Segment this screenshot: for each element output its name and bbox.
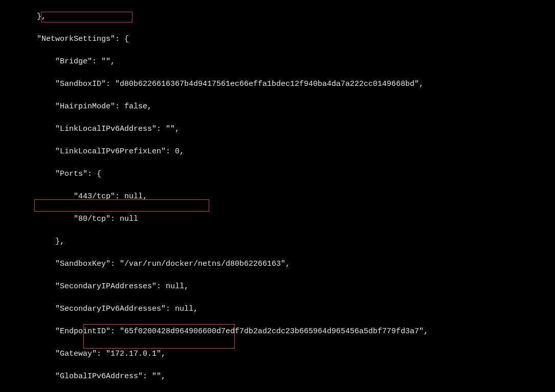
code-line: "SandboxID": "d80b6226616367b4d9417561ec… [0, 79, 555, 90]
code-line: "NetworkSettings": { [0, 34, 555, 45]
code-line: }, [0, 236, 555, 247]
code-line-bridge: "Bridge": "", [0, 56, 555, 67]
code-line: "Gateway": "172.17.0.1", [0, 349, 555, 360]
code-line: "SandboxKey": "/var/run/docker/netns/d80… [0, 259, 555, 270]
code-line: "LinkLocalIPv6Address": "", [0, 124, 555, 135]
code-line: "EndpointID": "65f0200428d964906600d7edf… [0, 326, 555, 337]
code-line: "GlobalIPv6Address": "", [0, 371, 555, 382]
terminal-code-output: }, "NetworkSettings": { "Bridge": "", "S… [0, 0, 555, 392]
code-line: "443/tcp": null, [0, 191, 555, 202]
code-line: "LinkLocalIPv6PrefixLen": 0, [0, 146, 555, 157]
code-line: "Ports": { [0, 169, 555, 180]
code-line: "SecondaryIPv6Addresses": null, [0, 304, 555, 315]
code-line: "80/tcp": null [0, 214, 555, 225]
code-line: "SecondaryIPAddresses": null, [0, 281, 555, 292]
code-line: "HairpinMode": false, [0, 101, 555, 112]
code-line: }, [0, 11, 555, 22]
